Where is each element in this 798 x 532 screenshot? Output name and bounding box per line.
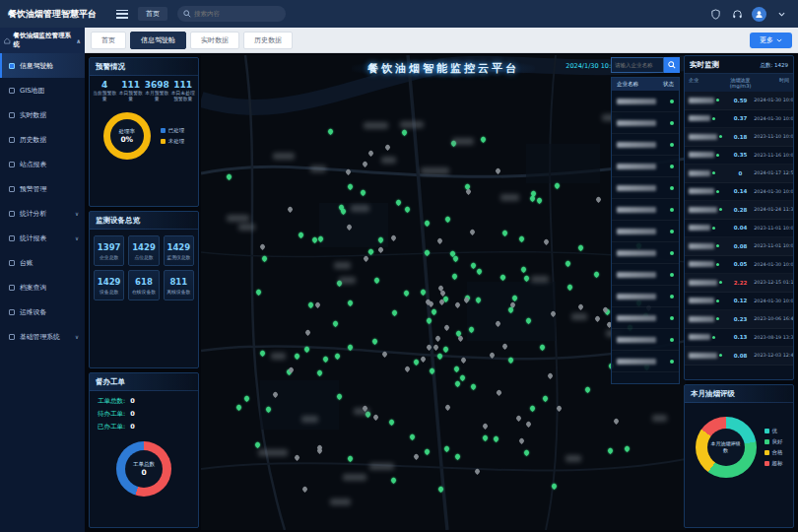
map-marker[interactable] [469, 229, 476, 235]
global-search[interactable] [177, 6, 286, 22]
map-marker[interactable] [554, 182, 561, 189]
sidebar-item[interactable]: 档案查询 [0, 275, 85, 299]
sidebar-item[interactable]: 站点报表 [0, 152, 85, 176]
map-marker[interactable] [413, 453, 420, 460]
map-marker[interactable] [613, 418, 620, 425]
map-marker[interactable] [371, 338, 378, 345]
company-row[interactable] [612, 221, 679, 242]
map-marker[interactable] [482, 434, 489, 441]
map-marker[interactable] [424, 448, 431, 455]
map-marker[interactable] [453, 366, 460, 372]
map-marker[interactable] [431, 308, 437, 315]
map-marker[interactable] [470, 383, 477, 390]
map-marker[interactable] [345, 168, 352, 175]
map-marker[interactable] [495, 320, 501, 327]
sidebar-item[interactable]: 运维设备 [0, 299, 85, 324]
map-marker[interactable] [434, 335, 441, 342]
map-marker[interactable] [322, 356, 329, 363]
map-marker[interactable] [294, 454, 300, 461]
map-marker[interactable] [529, 405, 536, 412]
map-marker[interactable] [525, 420, 532, 427]
map-marker[interactable] [454, 301, 461, 308]
map-marker[interactable] [409, 433, 416, 440]
sidebar-item[interactable]: 信息驾驶舱 [0, 53, 85, 78]
realtime-row[interactable]: 0.14 2024-01-30 10:02 [685, 183, 793, 202]
company-row[interactable] [612, 307, 679, 329]
map-marker[interactable] [377, 246, 384, 253]
map-marker[interactable] [475, 297, 482, 303]
map-marker[interactable] [381, 351, 388, 358]
map-marker[interactable] [420, 356, 427, 363]
user-avatar[interactable] [752, 7, 766, 22]
map-marker[interactable] [336, 393, 343, 400]
company-row[interactable] [612, 177, 679, 199]
map-marker[interactable] [404, 366, 411, 372]
map-marker[interactable] [255, 289, 262, 296]
page-tab[interactable]: 首页 [91, 32, 126, 49]
map-marker[interactable] [520, 266, 527, 273]
map-marker[interactable] [390, 477, 397, 484]
map-marker[interactable] [317, 235, 324, 242]
map-marker[interactable] [565, 260, 571, 267]
page-tab[interactable]: 信息驾驶舱 [130, 32, 186, 49]
map-marker[interactable] [547, 372, 554, 379]
home-breadcrumb-chip[interactable]: 首页 [138, 7, 167, 21]
sidebar-item[interactable]: 统计分析 ∨ [0, 201, 85, 226]
map-marker[interactable] [401, 129, 408, 136]
sidebar-item[interactable]: 预警管理 [0, 176, 85, 201]
map-marker[interactable] [388, 419, 395, 426]
map-marker[interactable] [577, 244, 584, 251]
map-marker[interactable] [495, 166, 501, 173]
map-marker[interactable] [298, 232, 304, 238]
company-row[interactable] [612, 199, 679, 221]
hamburger-menu-icon[interactable] [116, 10, 128, 19]
map-marker[interactable] [436, 237, 443, 244]
company-row[interactable] [612, 156, 679, 177]
map-marker[interactable] [499, 274, 506, 281]
company-row[interactable] [612, 264, 679, 286]
map-marker[interactable] [539, 344, 546, 351]
map-marker[interactable] [543, 238, 550, 245]
map-marker[interactable] [390, 234, 397, 241]
page-tab[interactable]: 历史数据 [243, 32, 293, 49]
map-marker[interactable] [426, 317, 432, 324]
realtime-row[interactable]: 0.18 2023-11-10 10:05 [685, 128, 793, 147]
map-marker[interactable] [254, 441, 261, 448]
realtime-row[interactable]: 0.23 2023-10-06 16:46 [685, 310, 793, 329]
company-search-input[interactable] [611, 57, 664, 73]
map-marker[interactable] [482, 423, 489, 430]
map-marker[interactable] [444, 404, 451, 411]
company-row[interactable] [612, 286, 679, 307]
map-marker[interactable] [367, 248, 374, 255]
map-marker[interactable] [488, 352, 495, 359]
map-marker[interactable] [261, 255, 268, 262]
map-marker[interactable] [424, 220, 431, 227]
map-marker[interactable] [377, 236, 384, 243]
map-marker[interactable] [404, 206, 411, 213]
map-marker[interactable] [474, 468, 481, 475]
sidebar-system-header[interactable]: 餐饮油烟监控管理系统 ∧ [0, 28, 85, 53]
map-marker[interactable] [501, 343, 508, 350]
sidebar-item[interactable]: GIS地图 [0, 78, 85, 102]
map-marker[interactable] [316, 369, 323, 376]
map-marker[interactable] [259, 243, 266, 250]
map-marker[interactable] [496, 389, 502, 396]
realtime-row[interactable]: 0.59 2024-01-30 10:02 [685, 92, 793, 110]
company-row[interactable] [612, 91, 679, 112]
map-marker[interactable] [584, 386, 591, 393]
map-marker[interactable] [347, 455, 354, 462]
map-marker[interactable] [493, 435, 499, 442]
sidebar-item[interactable]: 统计报表 ∨ [0, 226, 85, 250]
map-marker[interactable] [624, 445, 631, 452]
map-marker[interactable] [403, 290, 410, 297]
map-marker[interactable] [470, 262, 477, 269]
company-row[interactable] [612, 351, 679, 372]
map-marker[interactable] [347, 299, 354, 306]
map-marker[interactable] [307, 301, 314, 308]
map-marker[interactable] [346, 224, 353, 231]
map-marker[interactable] [347, 182, 354, 189]
realtime-row[interactable]: 2.22 2023-12-15 01:11:00 [685, 274, 793, 293]
company-search-button[interactable] [664, 57, 680, 73]
realtime-row[interactable]: 0.37 2024-01-30 10:02 [685, 110, 793, 129]
company-row[interactable] [612, 242, 679, 264]
